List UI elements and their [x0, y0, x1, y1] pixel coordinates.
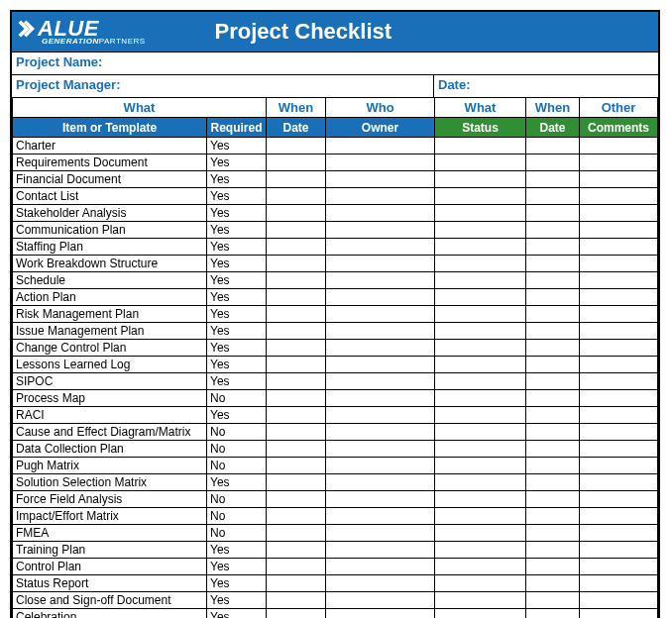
cell-date2[interactable] [526, 491, 580, 508]
cell-comments[interactable] [580, 474, 658, 491]
cell-date1[interactable] [267, 256, 326, 272]
cell-date2[interactable] [526, 357, 580, 373]
cell-status[interactable] [435, 474, 526, 491]
cell-status[interactable] [435, 592, 526, 609]
cell-owner[interactable] [326, 474, 435, 491]
cell-date2[interactable] [526, 542, 580, 559]
cell-date2[interactable] [526, 323, 580, 340]
cell-date2[interactable] [526, 441, 580, 458]
cell-date1[interactable] [267, 222, 326, 239]
cell-date2[interactable] [526, 575, 580, 592]
cell-date1[interactable] [267, 559, 326, 575]
cell-date1[interactable] [267, 373, 326, 390]
cell-owner[interactable] [326, 154, 435, 171]
cell-status[interactable] [435, 441, 526, 458]
cell-status[interactable] [435, 491, 526, 508]
cell-comments[interactable] [580, 222, 658, 239]
cell-comments[interactable] [580, 491, 658, 508]
cell-date1[interactable] [267, 289, 326, 306]
cell-owner[interactable] [326, 424, 435, 441]
cell-date1[interactable] [267, 441, 326, 458]
cell-comments[interactable] [580, 575, 658, 592]
cell-comments[interactable] [580, 592, 658, 609]
cell-owner[interactable] [326, 575, 435, 592]
cell-date2[interactable] [526, 525, 580, 542]
cell-date1[interactable] [267, 239, 326, 256]
cell-status[interactable] [435, 508, 526, 525]
cell-date1[interactable] [267, 205, 326, 222]
cell-date2[interactable] [526, 424, 580, 441]
cell-owner[interactable] [326, 340, 435, 357]
cell-status[interactable] [435, 138, 526, 154]
cell-date1[interactable] [267, 340, 326, 357]
cell-owner[interactable] [326, 609, 435, 619]
cell-date2[interactable] [526, 592, 580, 609]
cell-date2[interactable] [526, 340, 580, 357]
cell-date2[interactable] [526, 609, 580, 619]
cell-status[interactable] [435, 272, 526, 289]
cell-status[interactable] [435, 559, 526, 575]
cell-comments[interactable] [580, 542, 658, 559]
cell-owner[interactable] [326, 171, 435, 188]
cell-date2[interactable] [526, 458, 580, 474]
cell-owner[interactable] [326, 256, 435, 272]
cell-owner[interactable] [326, 592, 435, 609]
cell-date1[interactable] [267, 491, 326, 508]
cell-status[interactable] [435, 357, 526, 373]
cell-owner[interactable] [326, 542, 435, 559]
cell-owner[interactable] [326, 458, 435, 474]
cell-comments[interactable] [580, 508, 658, 525]
cell-comments[interactable] [580, 205, 658, 222]
cell-owner[interactable] [326, 559, 435, 575]
cell-date1[interactable] [267, 188, 326, 205]
cell-comments[interactable] [580, 138, 658, 154]
cell-status[interactable] [435, 188, 526, 205]
cell-date1[interactable] [267, 323, 326, 340]
cell-owner[interactable] [326, 491, 435, 508]
cell-date2[interactable] [526, 138, 580, 154]
cell-date2[interactable] [526, 289, 580, 306]
cell-date1[interactable] [267, 306, 326, 323]
cell-date2[interactable] [526, 373, 580, 390]
cell-comments[interactable] [580, 256, 658, 272]
cell-date2[interactable] [526, 508, 580, 525]
cell-comments[interactable] [580, 559, 658, 575]
cell-comments[interactable] [580, 289, 658, 306]
cell-date1[interactable] [267, 458, 326, 474]
cell-comments[interactable] [580, 407, 658, 424]
cell-owner[interactable] [326, 407, 435, 424]
cell-date2[interactable] [526, 256, 580, 272]
cell-date2[interactable] [526, 407, 580, 424]
cell-date1[interactable] [267, 407, 326, 424]
cell-date2[interactable] [526, 306, 580, 323]
cell-date1[interactable] [267, 357, 326, 373]
cell-owner[interactable] [326, 222, 435, 239]
cell-comments[interactable] [580, 340, 658, 357]
cell-status[interactable] [435, 222, 526, 239]
cell-status[interactable] [435, 171, 526, 188]
cell-date2[interactable] [526, 188, 580, 205]
cell-status[interactable] [435, 340, 526, 357]
cell-comments[interactable] [580, 272, 658, 289]
cell-comments[interactable] [580, 609, 658, 619]
cell-status[interactable] [435, 407, 526, 424]
cell-owner[interactable] [326, 357, 435, 373]
cell-comments[interactable] [580, 188, 658, 205]
cell-owner[interactable] [326, 508, 435, 525]
cell-comments[interactable] [580, 424, 658, 441]
cell-date2[interactable] [526, 171, 580, 188]
cell-comments[interactable] [580, 154, 658, 171]
cell-date1[interactable] [267, 592, 326, 609]
cell-owner[interactable] [326, 306, 435, 323]
cell-date2[interactable] [526, 222, 580, 239]
cell-status[interactable] [435, 373, 526, 390]
cell-owner[interactable] [326, 289, 435, 306]
cell-status[interactable] [435, 154, 526, 171]
cell-status[interactable] [435, 289, 526, 306]
cell-owner[interactable] [326, 525, 435, 542]
cell-owner[interactable] [326, 323, 435, 340]
cell-owner[interactable] [326, 205, 435, 222]
cell-status[interactable] [435, 390, 526, 407]
cell-date1[interactable] [267, 272, 326, 289]
cell-owner[interactable] [326, 138, 435, 154]
